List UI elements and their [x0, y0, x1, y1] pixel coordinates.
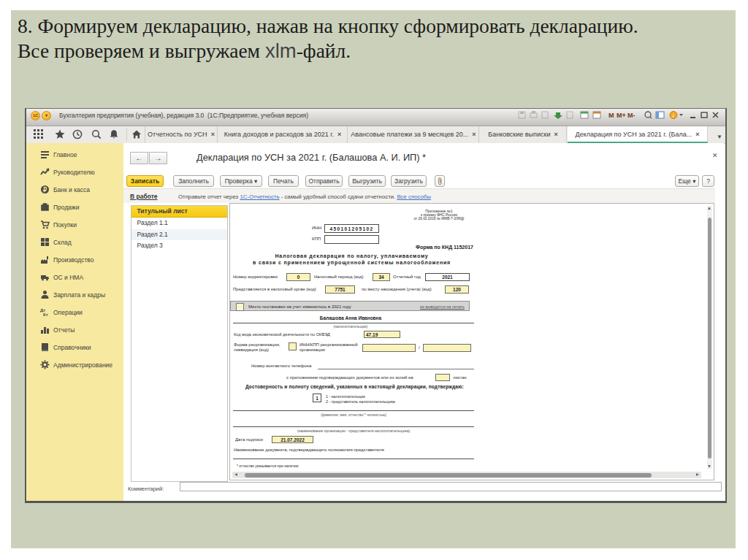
svg-text:₽: ₽: [43, 186, 47, 193]
svg-text:Кт: Кт: [43, 312, 48, 317]
svg-text:i: i: [673, 112, 674, 119]
svg-text:M-: M-: [627, 112, 636, 119]
svg-text:M+: M+: [617, 112, 626, 119]
svg-text:M: M: [608, 112, 614, 119]
